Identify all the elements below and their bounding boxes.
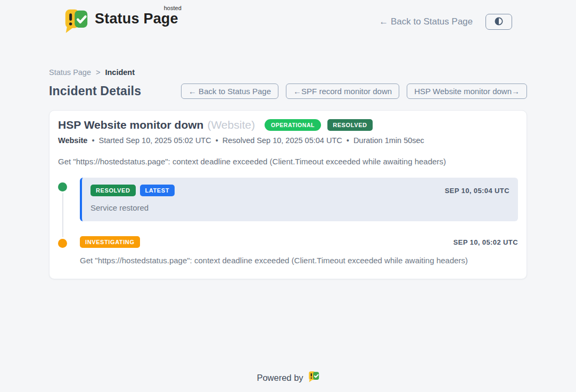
breadcrumb-status-page[interactable]: Status Page <box>49 68 91 77</box>
header-back-link[interactable]: ← Back to Status Page <box>379 16 473 27</box>
timeline-entry-investigating: INVESTIGATING SEP 10, 05:02 UTC Get "htt… <box>58 236 518 265</box>
prev-incident-button[interactable]: ←SPF record monitor down <box>286 84 399 99</box>
theme-toggle-button[interactable] <box>486 14 512 30</box>
timeline-resolved-badge: RESOLVED <box>90 185 136 196</box>
next-incident-button[interactable]: HSP Website monitor down→ <box>407 84 527 99</box>
timeline-highlight-box: RESOLVED LATEST SEP 10, 05:04 UTC Servic… <box>80 178 518 221</box>
breadcrumb-incident: Incident <box>105 68 135 77</box>
timeline-timestamp: SEP 10, 05:02 UTC <box>454 238 518 246</box>
timeline-connector-line <box>62 189 63 241</box>
timeline-latest-badge: LATEST <box>140 185 175 196</box>
meta-resolved: Resolved Sep 10, 2025 05:04 UTC <box>223 136 342 145</box>
incident-card: HSP Website monitor down (Website) OPERA… <box>49 110 527 279</box>
incident-title-row: HSP Website monitor down (Website) OPERA… <box>58 119 518 131</box>
timeline-dot-resolved <box>58 182 67 191</box>
main-content: Status Page > Incident Incident Details … <box>49 68 527 392</box>
brand-superscript: hosted <box>164 5 182 11</box>
brand-logo[interactable]: Status Page hosted <box>64 7 178 36</box>
incident-description: Get "https://hostedstatus.page": context… <box>58 157 518 166</box>
incident-title: HSP Website monitor down <box>58 119 203 131</box>
timeline-message: Service restored <box>90 203 509 212</box>
incident-meta: Website • Started Sep 10, 2025 05:02 UTC… <box>58 136 518 145</box>
status-page-logo-icon-small[interactable] <box>308 371 319 385</box>
meta-component: Website <box>58 136 87 145</box>
meta-started: Started Sep 10, 2025 05:02 UTC <box>98 136 211 145</box>
timeline-message: Get "https://hostedstatus.page": context… <box>80 256 518 265</box>
incident-component: (Website) <box>207 119 254 131</box>
brand-name: Status Page <box>95 11 178 27</box>
header-actions: ← Back to Status Page <box>379 14 512 30</box>
timeline-investigating-badge: INVESTIGATING <box>80 236 140 248</box>
powered-by-label: Powered by <box>257 373 303 383</box>
header: Status Page hosted ← Back to Status Page <box>0 0 576 38</box>
timeline-badges: RESOLVED LATEST <box>90 185 179 196</box>
timeline-entry-resolved: RESOLVED LATEST SEP 10, 05:04 UTC Servic… <box>58 178 518 221</box>
breadcrumb-separator: > <box>96 68 100 77</box>
back-to-status-page-button[interactable]: ← Back to Status Page <box>181 84 278 99</box>
breadcrumb: Status Page > Incident <box>49 68 527 77</box>
page-title: Incident Details <box>49 84 141 98</box>
powered-by: Powered by <box>257 371 319 385</box>
timeline-badges: INVESTIGATING <box>80 236 144 248</box>
half-circle-icon <box>493 16 504 28</box>
title-row: Incident Details ← Back to Status Page ←… <box>49 84 527 99</box>
footer: Powered by © 2025-10-08 14:10:34.772084 … <box>49 371 527 392</box>
incident-timeline: RESOLVED LATEST SEP 10, 05:04 UTC Servic… <box>58 178 518 265</box>
resolved-badge: RESOLVED <box>327 119 373 131</box>
status-page-logo-icon <box>64 7 88 36</box>
incident-nav-buttons: ← Back to Status Page ←SPF record monito… <box>181 84 527 99</box>
operational-badge: OPERATIONAL <box>265 119 321 131</box>
timeline-dot-investigating <box>58 239 67 248</box>
meta-duration: Duration 1min 50sec <box>353 136 424 145</box>
timeline-timestamp: SEP 10, 05:04 UTC <box>445 187 509 195</box>
brand-text: Status Page hosted <box>95 7 178 27</box>
